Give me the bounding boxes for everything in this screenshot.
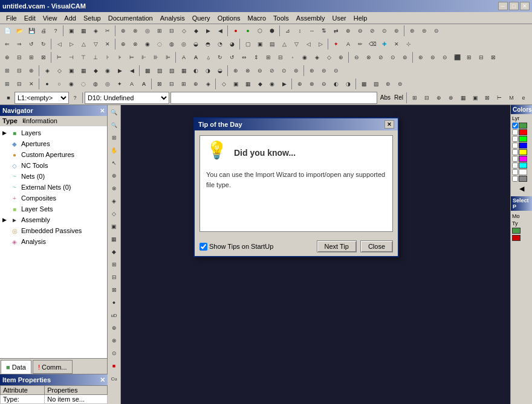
tb-r4-25[interactable]: ⊛ [306, 65, 318, 77]
menu-file[interactable]: File [2, 13, 21, 23]
tb-r2-25[interactable]: ◁ [302, 38, 314, 50]
tb-r2-7[interactable]: △ [77, 38, 89, 50]
vtb-b8[interactable]: ⊞ [108, 258, 120, 271]
tb-r3-10[interactable]: ⊧ [114, 51, 126, 63]
tb-r3-21[interactable]: ⇕ [250, 51, 262, 63]
vtb-b7[interactable]: ◆ [108, 246, 120, 258]
tb-r2-2[interactable]: ⇒ [13, 38, 25, 50]
tb-r3-6[interactable]: ⊣ [65, 51, 77, 63]
tb-r4-4[interactable]: ◈ [41, 65, 53, 77]
tb-r3-4[interactable]: ⊠ [37, 51, 50, 63]
tb-r2-12[interactable]: ◉ [141, 38, 154, 50]
tb-r5-5[interactable]: ○ [53, 78, 65, 90]
tb-r2-16[interactable]: ◒ [190, 38, 202, 50]
tb-r3-13[interactable]: ⊪ [150, 51, 162, 63]
vtb-b2[interactable]: ⊗ [108, 182, 120, 194]
tb-b1[interactable]: ▣ [65, 25, 77, 37]
tb-r5-19[interactable]: ▣ [230, 78, 242, 90]
menu-analysis[interactable]: Analysis [157, 13, 189, 23]
menu-user[interactable]: User [328, 13, 349, 23]
tb-r3-15[interactable]: A [178, 51, 190, 63]
tb-r3-32[interactable]: ⊙ [387, 51, 399, 63]
tb-r5-31[interactable]: ⊛ [382, 78, 394, 90]
vtb-b5[interactable]: ▣ [108, 220, 120, 232]
tree-nc-tools[interactable]: ◇ NC Tools [1, 160, 106, 171]
tb-d2[interactable]: ↕ [294, 25, 306, 37]
minimize-button[interactable]: ─ [498, 2, 508, 10]
tb-r2-31[interactable]: ✚ [378, 38, 391, 50]
tb-r4-23[interactable]: ⊙ [278, 65, 290, 77]
tb-e3[interactable]: ⊝ [430, 25, 443, 37]
view-btn-2[interactable]: ⊟ [421, 92, 433, 104]
dialog-close-btn[interactable]: ✕ [384, 120, 394, 129]
tb-r2-29[interactable]: ✏ [354, 38, 366, 50]
tb-r2-6[interactable]: ▷ [65, 38, 77, 50]
tb-r2-23[interactable]: △ [278, 38, 290, 50]
vtb-b6[interactable]: ▦ [108, 233, 120, 245]
tb-r2-15[interactable]: ◎ [178, 38, 190, 50]
tb-r5-9[interactable]: ◎ [102, 78, 114, 90]
tb-r2-10[interactable]: ⊕ [117, 38, 129, 50]
tree-layers[interactable]: ▶ ■ Layers [1, 127, 106, 138]
item-properties-close[interactable]: ✕ [100, 376, 105, 384]
tb-r5-12[interactable]: A [138, 78, 150, 90]
tb-r5-11[interactable]: A [126, 78, 138, 90]
tb-r2-32[interactable]: ✕ [391, 38, 403, 50]
vtb-b14[interactable]: ⊗ [108, 335, 120, 347]
tb-c1[interactable]: ● [230, 25, 242, 37]
color-check-2[interactable] [512, 136, 518, 142]
vtb-b12[interactable]: uD [108, 309, 120, 321]
color-check-1[interactable] [512, 129, 518, 135]
color-check-4[interactable] [512, 149, 518, 155]
tb-r4-27[interactable]: ⊝ [330, 65, 342, 77]
tb-d9[interactable]: ⊙ [378, 25, 391, 37]
tab-comm[interactable]: ! Comm... [33, 360, 73, 374]
tb-r3-26[interactable]: ◈ [311, 51, 323, 63]
tb-r3-27[interactable]: ◇ [323, 51, 335, 63]
tree-embedded-passives[interactable]: ◎ Embedded Passives [1, 225, 106, 236]
tb-r4-10[interactable]: ▶ [114, 65, 126, 77]
tb-r2-27[interactable]: ✦ [330, 38, 342, 50]
tree-nets[interactable]: ~ Nets (0) [1, 171, 106, 182]
tb-r4-22[interactable]: ⊘ [266, 65, 278, 77]
menu-view[interactable]: View [39, 13, 61, 23]
color-check-3[interactable] [512, 143, 518, 149]
tb-b10[interactable]: ◇ [178, 25, 190, 37]
tb-r3-8[interactable]: ⊥ [89, 51, 102, 63]
vtb-b10[interactable]: ⊠ [108, 284, 120, 296]
tb-d8[interactable]: ⊘ [366, 25, 378, 37]
menu-assembly[interactable]: Assembly [293, 13, 329, 23]
tb-d7[interactable]: ⊖ [354, 25, 366, 37]
tb-r2-19[interactable]: ◕ [226, 38, 238, 50]
view-btn-6[interactable]: ▣ [469, 92, 481, 104]
tb-r4-26[interactable]: ⊜ [318, 65, 330, 77]
tb-r5-6[interactable]: ◉ [65, 78, 77, 90]
maximize-button[interactable]: □ [509, 2, 519, 10]
tb-r5-23[interactable]: ▶ [278, 78, 290, 90]
tb-r5-27[interactable]: ◐ [330, 78, 342, 90]
tb-r2-11[interactable]: ⊗ [129, 38, 141, 50]
tb-r4-13[interactable]: ▨ [154, 65, 166, 77]
tb-r4-9[interactable]: ◉ [102, 65, 114, 77]
view-btn-8[interactable]: ⊢ [493, 92, 505, 104]
tb-r2-22[interactable]: ▤ [266, 38, 278, 50]
view-btn-5[interactable]: ▦ [457, 92, 469, 104]
tree-composites[interactable]: + Composites [1, 193, 106, 204]
tb-r3-12[interactable]: ⊩ [138, 51, 150, 63]
tb-r5-15[interactable]: ⊞ [178, 78, 190, 90]
tree-layer-sets[interactable]: ■ Layer Sets [1, 204, 106, 214]
tb-r3-35[interactable]: ⊜ [427, 51, 439, 63]
tb-c4[interactable]: ⬢ [266, 25, 278, 37]
tb-c2[interactable]: ● [242, 25, 254, 37]
menu-macro[interactable]: Macro [244, 13, 270, 23]
color-check-0[interactable] [512, 123, 518, 129]
tb-r3-31[interactable]: ⊘ [375, 51, 387, 63]
tree-custom-apertures[interactable]: ● Custom Apertures [1, 149, 106, 160]
tb-r3-9[interactable]: ⊦ [102, 51, 114, 63]
tb-r3-30[interactable]: ⊗ [363, 51, 375, 63]
tb-r2-30[interactable]: ⌫ [366, 38, 378, 50]
tb-d5[interactable]: ⇄ [330, 25, 342, 37]
tb-b3[interactable]: ◈ [89, 25, 102, 37]
tb-r5-30[interactable]: ▨ [370, 78, 382, 90]
vtb-select[interactable]: ↖ [108, 157, 120, 169]
